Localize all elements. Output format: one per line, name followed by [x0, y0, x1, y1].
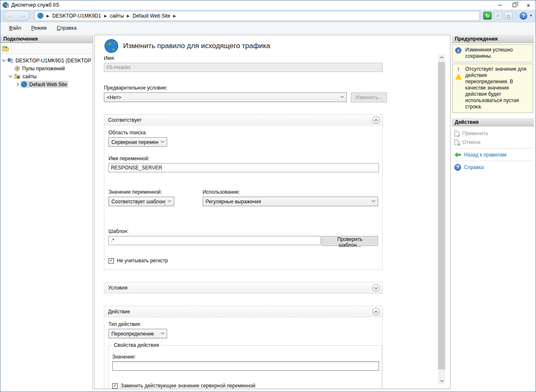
expand-button[interactable] — [372, 284, 380, 292]
chevron-down-icon — [168, 199, 171, 202]
scroll-down-button[interactable] — [438, 377, 445, 384]
create-connection-icon[interactable] — [2, 46, 9, 51]
scope-select[interactable]: Серверная переменная — [108, 137, 167, 147]
warning-icon — [455, 67, 462, 79]
tree-item-label: Пулы приложений — [22, 66, 65, 72]
crumb-server[interactable]: DESKTOP-U1MK9D1 — [52, 13, 101, 19]
pattern-input[interactable] — [108, 236, 321, 245]
crumb-separator-icon: ▶ — [104, 14, 107, 18]
crumb-separator-icon: ▶ — [46, 14, 49, 18]
variable-value-label: Значение переменной: — [108, 189, 203, 195]
name-input — [104, 63, 383, 72]
address-bar: ← → ▶ DESKTOP-U1MK9D1 ▶ сайты ▶ Default … — [0, 10, 536, 22]
precondition-select[interactable]: <Нет> — [104, 92, 347, 102]
help-link[interactable]: ? Справка — [454, 163, 534, 172]
action-properties-legend: Свойства действия — [112, 342, 160, 348]
tree-item-app-pools[interactable]: Пулы приложений — [0, 64, 93, 72]
page-title: Изменить правило для исходящего трафика — [123, 42, 270, 50]
scrollbar-thumb[interactable] — [438, 62, 445, 369]
apply-action: Применить — [454, 129, 534, 138]
chevron-up-icon — [374, 310, 378, 314]
pattern-label: Шаблон: — [108, 228, 378, 234]
crumb-separator-icon: ▶ — [173, 14, 176, 18]
help-icon: ? — [454, 164, 461, 171]
match-section: Соответствует Область поиска: Серверная … — [104, 114, 383, 270]
home-button[interactable]: ⌂ — [504, 12, 513, 20]
tree-item-server[interactable]: DESKTOP-U1MK9D1 (DESKTOP — [0, 56, 93, 64]
info-icon: i — [455, 47, 461, 54]
expander-icon[interactable] — [7, 76, 14, 77]
app-icon — [3, 2, 9, 8]
forward-button[interactable]: → — [21, 13, 26, 18]
alerts-header: Предупреждения — [452, 35, 534, 43]
alert-info: i Изменения успешно сохранены. — [452, 44, 533, 62]
chevron-down-icon — [440, 379, 443, 382]
test-pattern-button[interactable]: Проверить шаблон... — [322, 236, 378, 246]
restore-icon — [513, 3, 516, 7]
breadcrumb[interactable]: ▶ DESKTOP-U1MK9D1 ▶ сайты ▶ Default Web … — [34, 11, 480, 21]
ignore-case-checkbox[interactable] — [108, 258, 114, 264]
action-properties-group: Свойства действия Значение: Заменить дей… — [108, 345, 382, 389]
refresh-button[interactable]: ↻ — [483, 12, 492, 20]
back-arrow-icon — [454, 152, 461, 157]
tree-item-sites[interactable]: сайты — [0, 72, 93, 80]
page-globe-icon — [104, 38, 119, 54]
menu-file[interactable]: Файл — [5, 23, 26, 33]
nav-capsule: ← → — [3, 11, 30, 21]
restore-button[interactable] — [507, 0, 521, 10]
usage-select[interactable]: Регулярные выражения — [203, 197, 378, 206]
crumb-separator-icon: ▶ — [127, 14, 130, 18]
app-pools-icon — [14, 66, 20, 72]
close-button[interactable]: × — [521, 0, 536, 10]
menu-help[interactable]: Справка — [53, 23, 81, 33]
alert-info-text: Изменения успешно сохранены. — [465, 47, 531, 59]
minimize-icon — [498, 5, 502, 5]
stop-button: ✕ — [494, 12, 502, 20]
back-to-rules-link[interactable]: Назад к правилам — [454, 150, 534, 159]
variable-name-label: Имя переменной: — [108, 156, 378, 161]
chevron-down-icon — [340, 95, 344, 98]
collapse-button[interactable] — [372, 116, 380, 124]
expander-icon[interactable] — [0, 60, 7, 61]
name-label: Имя: — [104, 55, 433, 61]
actions-list: Применить Отмена Назад к правилам ? Спра… — [452, 126, 534, 172]
variable-value-select[interactable]: Соответствует шаблону — [108, 197, 174, 206]
usage-label: Использование: — [203, 189, 378, 195]
tree-item-default-web-site[interactable]: Default Web Site — [0, 80, 93, 88]
match-section-header[interactable]: Соответствует — [104, 115, 382, 126]
crumb-default-web-site[interactable]: Default Web Site — [133, 13, 170, 19]
right-panel: Предупреждения i Изменения успешно сохра… — [452, 35, 534, 389]
apply-icon — [454, 131, 459, 136]
scroll-up-button[interactable] — [438, 54, 445, 61]
collapse-button[interactable] — [372, 308, 380, 315]
toolbar-divider — [516, 12, 516, 20]
chevron-down-icon — [372, 199, 375, 202]
action-section-header[interactable]: Действие — [104, 306, 382, 317]
alert-warning-text: Отсутствует значение для действия переоп… — [465, 66, 531, 110]
help-button[interactable]: ? — [520, 12, 527, 20]
actions-header: Действия — [452, 118, 534, 126]
vertical-scrollbar[interactable] — [438, 54, 445, 384]
actions-divider — [455, 161, 533, 161]
action-type-select[interactable]: Переопределение — [108, 329, 167, 338]
chevron-up-icon — [374, 119, 378, 122]
title-bar: Диспетчер служб IIS × — [0, 0, 536, 10]
action-value-label: Значение: — [112, 354, 378, 360]
variable-name-input[interactable] — [108, 163, 379, 172]
replace-value-checkbox[interactable] — [112, 383, 118, 389]
help-dropdown-icon[interactable]: ▼ — [529, 14, 533, 18]
change-precondition-button: Изменить... — [351, 92, 387, 102]
cancel-icon — [454, 139, 459, 145]
ignore-case-label: Не учитывать регистр — [117, 258, 168, 264]
tree-item-label: сайты — [23, 74, 37, 79]
back-button[interactable]: ← — [8, 13, 13, 18]
connections-tree: DESKTOP-U1MK9D1 (DESKTOP Пулы приложений — [0, 54, 93, 88]
action-value-input[interactable] — [112, 361, 379, 371]
expander-icon[interactable] — [14, 83, 21, 86]
conditions-section-header[interactable]: Условия — [104, 282, 382, 293]
menu-view[interactable]: Режим — [27, 23, 51, 33]
minimize-button[interactable] — [493, 0, 507, 10]
crumb-sites[interactable]: сайты — [110, 13, 124, 19]
window-title: Диспетчер служб IIS — [11, 2, 493, 8]
cancel-action: Отмена — [454, 138, 534, 146]
